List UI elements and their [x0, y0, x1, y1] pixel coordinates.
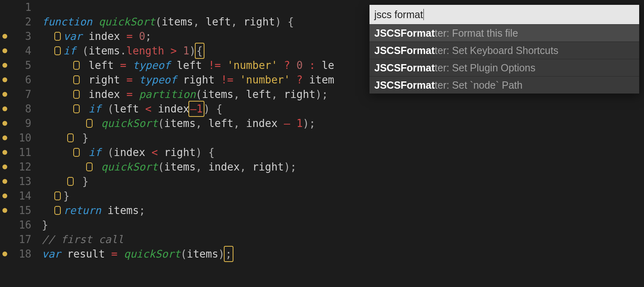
text-caret-icon — [423, 9, 424, 20]
ident: item — [309, 73, 334, 87]
line-number: 3 — [15, 29, 31, 44]
modified-dot-icon — [2, 63, 7, 68]
code-line: if ( left < index –1 ) { — [42, 102, 644, 116]
palette-item-rest: ter: Format this file — [435, 27, 518, 39]
paren: ( — [107, 145, 114, 160]
paren: ( — [180, 247, 187, 261]
fn-name: quickSort — [101, 160, 158, 174]
fold-icon[interactable] — [73, 61, 80, 70]
line-number: 8 — [15, 102, 31, 116]
command-palette[interactable]: jscs format JSCSFormatter: Format this f… — [369, 5, 639, 94]
ident: right — [252, 160, 284, 174]
gutter-row: 5 — [0, 58, 31, 73]
op: = — [111, 247, 118, 261]
palette-item-match: JSCSFormat — [374, 27, 435, 39]
fold-icon[interactable] — [54, 46, 61, 55]
ident: index — [158, 102, 189, 116]
gutter-row: 8 — [0, 102, 31, 116]
line-number: 10 — [15, 131, 31, 145]
op: = — [126, 73, 133, 87]
modified-dot-icon — [2, 48, 7, 53]
ident: right — [164, 145, 196, 160]
gutter-row: 14 — [0, 189, 31, 203]
palette-item-match: JSCSFormat — [374, 79, 435, 91]
paren: ) — [316, 87, 322, 102]
palette-item-rest: ter: Set Plugin Options — [435, 62, 535, 74]
comma: , — [240, 160, 246, 174]
number: 1 — [297, 116, 303, 131]
number: 1 — [196, 103, 203, 115]
paren: ) — [275, 15, 281, 29]
paren: ( — [107, 102, 114, 116]
fold-icon[interactable] — [67, 133, 74, 142]
string: 'number' — [240, 73, 290, 87]
ident: index — [246, 116, 277, 131]
command-palette-item[interactable]: JSCSFormatter: Set `node` Path — [369, 76, 639, 94]
gutter-row: 7 — [0, 87, 31, 102]
comma: , — [271, 87, 278, 102]
fold-icon[interactable] — [73, 75, 80, 84]
gutter-row: 1 — [0, 0, 31, 15]
ident: items — [89, 44, 120, 58]
command-palette-input[interactable]: jscs format — [369, 5, 639, 24]
line-number: 5 — [15, 58, 31, 73]
semi: ; — [139, 203, 145, 218]
command-palette-query: jscs format — [374, 8, 423, 21]
ident: left — [208, 116, 233, 131]
op: > — [170, 44, 177, 58]
code-line: quickSort ( items , left , index – 1 ) ; — [42, 116, 644, 131]
gutter-row: 12 — [0, 160, 31, 174]
semi: ; — [309, 116, 316, 131]
command-palette-item[interactable]: JSCSFormatter: Format this file — [369, 24, 639, 42]
line-number: 14 — [15, 189, 31, 203]
brace: } — [82, 131, 89, 145]
fold-icon[interactable] — [73, 104, 80, 113]
semi: ; — [145, 29, 152, 44]
ident: left — [206, 15, 231, 29]
code-line: return items ; — [42, 203, 644, 218]
fold-icon[interactable] — [54, 191, 61, 200]
modified-dot-icon — [2, 92, 7, 97]
fn-name: partition — [139, 87, 196, 102]
paren: ( — [82, 44, 89, 58]
paren: ( — [158, 160, 164, 174]
fold-icon[interactable] — [86, 162, 93, 171]
string: 'number' — [227, 58, 277, 73]
code-line: quickSort ( items , index , right ) ; — [42, 160, 644, 174]
keyword: function — [42, 15, 92, 29]
fold-icon[interactable] — [73, 148, 80, 157]
gutter-row: 15 — [0, 203, 31, 218]
highlight: –1 — [188, 101, 204, 117]
command-palette-item[interactable]: JSCSFormatter: Set Keyboard Shortcuts — [369, 42, 639, 59]
number: 0 — [297, 58, 303, 73]
command-palette-item[interactable]: JSCSFormatter: Set Plugin Options — [369, 59, 639, 76]
line-number: 18 — [15, 247, 31, 261]
brace-highlight: { — [195, 43, 204, 59]
fold-icon[interactable] — [54, 206, 61, 215]
modified-dot-icon — [2, 135, 7, 140]
gutter-row: 16 — [0, 218, 31, 232]
comma: , — [233, 87, 240, 102]
modified-dot-icon — [2, 150, 7, 155]
fold-icon[interactable] — [67, 177, 74, 186]
ident: items — [161, 15, 193, 29]
ident: items — [187, 247, 218, 261]
fold-icon[interactable] — [73, 90, 80, 99]
brace: } — [42, 218, 48, 232]
op: = — [126, 87, 133, 102]
op: != — [208, 58, 221, 73]
op: – — [284, 116, 290, 131]
semi: ; — [290, 160, 297, 174]
comma: , — [193, 15, 200, 29]
ident: left — [246, 87, 271, 102]
brace: { — [288, 15, 294, 29]
gutter-row: 18 — [0, 247, 31, 261]
code-line: } — [42, 174, 644, 189]
comma: , — [231, 15, 237, 29]
palette-item-match: JSCSFormat — [374, 62, 435, 74]
op: < — [145, 102, 152, 116]
fold-icon[interactable] — [86, 119, 93, 128]
fold-icon[interactable] — [54, 32, 61, 41]
gutter-row: 10 — [0, 131, 31, 145]
palette-item-match: JSCSFormat — [374, 44, 435, 56]
